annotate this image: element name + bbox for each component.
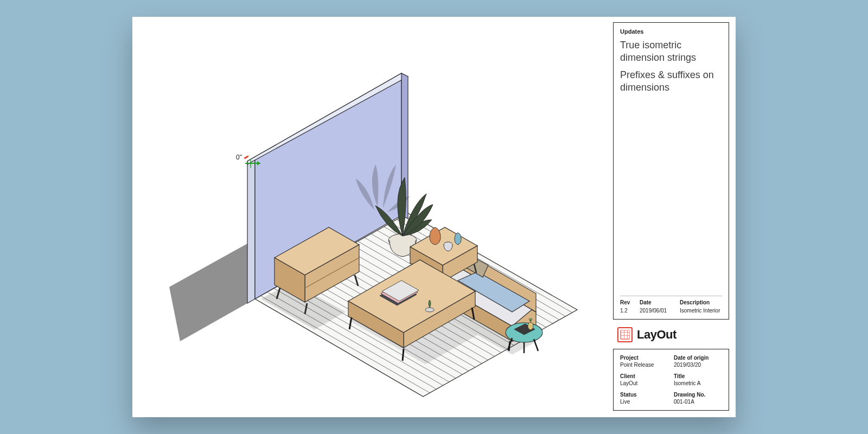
updates-panel: Updates True isometric dimension strings… (613, 22, 729, 320)
svg-line-69 (534, 339, 538, 351)
rev-cell: 2019/06/01 (640, 308, 676, 314)
rev-header: Date (640, 299, 676, 305)
meta-status: Status Live (620, 392, 668, 405)
drawing-sheet: 0" Updates True isometric dimension stri… (132, 17, 736, 417)
title-block-sidebar: Updates True isometric dimension strings… (613, 17, 736, 417)
meta-project: Project Point Release (620, 355, 668, 368)
rev-cell: Isometric Interior (680, 308, 722, 314)
wall-shadow (169, 244, 255, 341)
meta-client: Client LayOut (620, 373, 668, 386)
svg-point-66 (425, 308, 434, 312)
revision-table: Rev Date Description 1.2 2019/06/01 Isom… (620, 296, 722, 314)
rev-cell: 1.2 (620, 308, 636, 314)
svg-point-72 (528, 322, 533, 330)
meta-date-origin: Date of origin 2019/03/20 (674, 355, 722, 368)
brand-name: LayOut (637, 328, 676, 342)
drawing-canvas[interactable]: 0" (132, 17, 613, 417)
feature-item: True isometric dimension strings (620, 39, 722, 63)
updates-heading: Updates (620, 28, 722, 35)
meta-panel: Project Point Release Date of origin 201… (613, 349, 729, 411)
meta-drawing-no: Drawing No. 001-01A (674, 392, 722, 405)
svg-line-61 (403, 349, 404, 361)
brand-block: LayOut (613, 325, 729, 343)
pencil-icon (241, 152, 252, 162)
svg-marker-24 (247, 157, 255, 303)
dimension-tool-readout[interactable]: 0" (236, 154, 251, 161)
isometric-scene (132, 17, 613, 417)
dimension-value: 0" (236, 154, 242, 161)
rev-header: Rev (620, 299, 636, 305)
rev-header: Description (680, 299, 722, 305)
meta-title: Title Isometric A (674, 373, 722, 386)
feature-item: Prefixes & suffixes on dimensions (620, 69, 722, 93)
layout-app-icon (617, 327, 633, 342)
